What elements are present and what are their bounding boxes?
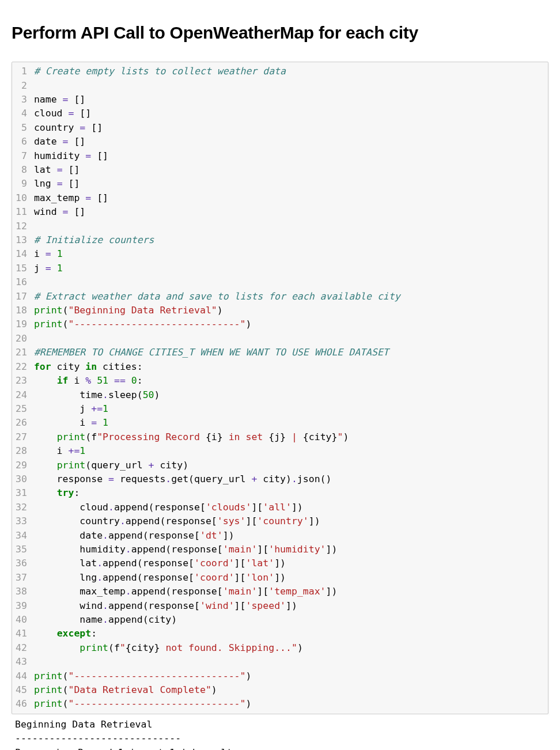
code-line: lat = [] [34, 164, 80, 175]
code-line: print("-----------------------------") [34, 319, 252, 329]
code-line: max_temp.append(response['main']['temp_m… [34, 586, 338, 597]
code-line: print("-----------------------------") [34, 671, 252, 681]
code-line: cloud.append(response['clouds']['all']) [34, 502, 303, 513]
code-line: name = [] [34, 94, 85, 105]
code-line: try: [34, 487, 80, 498]
code-line: name.append(city) [34, 614, 177, 625]
code-line: date = [] [34, 136, 85, 147]
code-line: for city in cities: [34, 361, 143, 372]
code-line: lng = [] [34, 178, 80, 189]
code-line: print("Data Retrieval Complete") [34, 684, 217, 695]
code-line: j = 1 [34, 263, 63, 274]
code-line: cloud = [] [34, 108, 91, 119]
code-cell: 1 2 3 4 5 6 7 8 9 10 11 12 13 14 15 16 1… [12, 62, 548, 714]
code-line: except: [34, 628, 97, 639]
code-line: wind = [] [34, 206, 85, 217]
code-line: max_temp = [] [34, 192, 108, 203]
code-line: j +=1 [34, 403, 108, 414]
code-line: # Extract weather data and save to lists… [34, 291, 400, 302]
code-line: country.append(response['sys']['country'… [34, 516, 320, 526]
code-line: #REMEMBER TO CHANGE CITIES_T WHEN WE WAN… [34, 347, 389, 358]
code-line: time.sleep(50) [34, 389, 160, 400]
code-line: response = requests.get(query_url + city… [34, 474, 332, 484]
code-line: print(query_url + city) [34, 460, 188, 471]
code-line: date.append(response['dt']) [34, 530, 234, 541]
code-line: i = 1 [34, 248, 63, 259]
code-line: lng.append(response['coord']['lon']) [34, 572, 286, 583]
output-cell: Beginning Data Retrieval ---------------… [12, 714, 548, 750]
code-content: # Create empty lists to collect weather … [32, 62, 405, 714]
code-line: humidity = [] [34, 150, 108, 161]
code-line: country = [] [34, 122, 103, 133]
code-line: print("Beginning Data Retrieval") [34, 305, 223, 316]
line-number-gutter: 1 2 3 4 5 6 7 8 9 10 11 12 13 14 15 16 1… [12, 62, 32, 714]
code-line: # Initialize counters [34, 234, 154, 245]
code-line: i +=1 [34, 445, 85, 456]
code-line: # Create empty lists to collect weather … [34, 66, 286, 77]
code-line: i = 1 [34, 417, 108, 428]
code-line: lat.append(response['coord']['lat']) [34, 558, 286, 569]
code-line: print("-----------------------------") [34, 698, 252, 709]
section-heading: Perform API Call to OpenWeatherMap for e… [0, 14, 560, 47]
code-line: print(f"{city} not found. Skipping...") [34, 642, 303, 653]
code-line: wind.append(response['wind']['speed']) [34, 600, 297, 611]
code-line: print(f"Processing Record {i} in set {j}… [34, 431, 349, 442]
code-line: humidity.append(response['main']['humidi… [34, 544, 338, 555]
code-line: if i % 51 == 0: [34, 375, 143, 386]
